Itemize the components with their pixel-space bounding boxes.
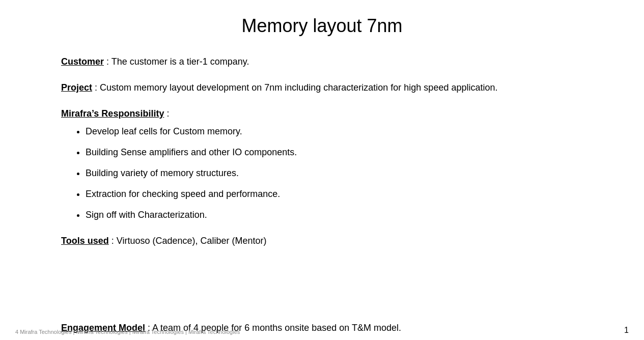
project-section: Project : Custom memory layout developme… (61, 81, 583, 95)
tools-separator: : (109, 236, 117, 246)
page-number: 1 (624, 326, 629, 335)
customer-section: Customer : The customer is a tier-1 comp… (61, 55, 583, 69)
customer-separator: : (104, 56, 111, 67)
tools-section: Tools used : Virtuoso (Cadence), Caliber… (61, 234, 583, 248)
responsibility-section: Mirafra’s Responsibility : Develop leaf … (61, 107, 583, 222)
list-item: Sign off with Characterization. (86, 208, 583, 222)
customer-label: Customer (61, 56, 104, 67)
responsibility-label: Mirafra’s Responsibility (61, 108, 164, 119)
customer-text: The customer is a tier-1 company. (111, 56, 249, 67)
list-item: Building Sense amplifiers and other IO c… (86, 146, 583, 159)
project-label: Project (61, 82, 92, 93)
project-text: Custom memory layout development on 7nm … (100, 82, 497, 93)
page-container: Memory layout 7nm Customer : The custome… (0, 0, 644, 340)
page-title: Memory layout 7nm (61, 15, 583, 37)
project-separator: : (92, 82, 100, 93)
responsibility-list: Develop leaf cells for Custom memory. Bu… (61, 125, 583, 222)
list-item: Extraction for checking speed and perfor… (86, 187, 583, 201)
responsibility-separator: : (164, 108, 169, 119)
tools-text: Virtuoso (Cadence), Caliber (Mentor) (117, 236, 267, 246)
footer-text: 4 Mirafra Technologies | Mirafra Technol… (15, 329, 240, 335)
tools-label: Tools used (61, 236, 109, 246)
list-item: Develop leaf cells for Custom memory. (86, 125, 583, 138)
list-item: Building variety of memory structures. (86, 166, 583, 180)
